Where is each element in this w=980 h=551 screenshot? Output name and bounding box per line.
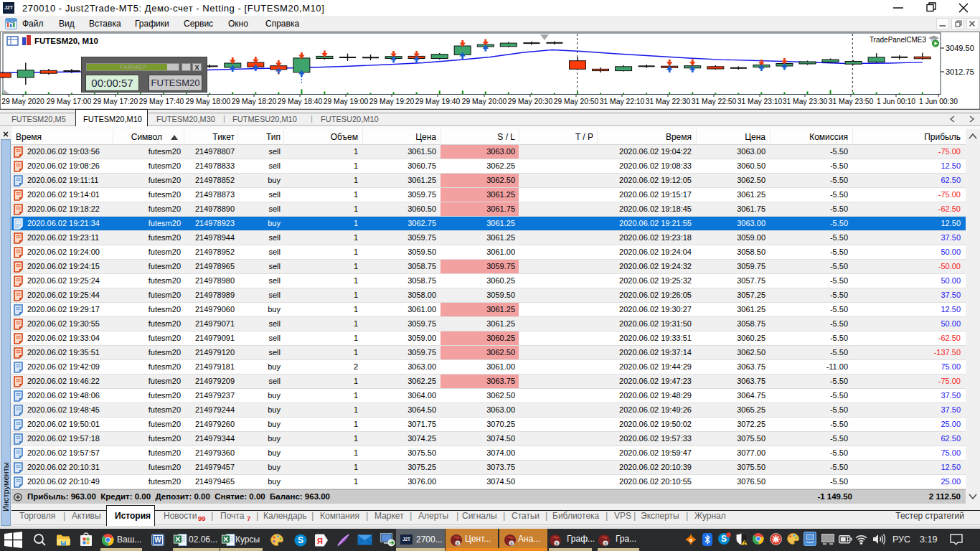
svg-text:1 Jun 00:10: 1 Jun 00:10 (877, 98, 915, 105)
svg-text:29 May 20:30: 29 May 20:30 (508, 98, 553, 105)
svg-text:29 May 19:00: 29 May 19:00 (324, 98, 369, 105)
svg-text:TradePanelCME3: TradePanelCME3 (870, 36, 927, 44)
svg-text:8: 8 (456, 541, 459, 546)
svg-text:31 May 22:50: 31 May 22:50 (692, 98, 737, 105)
svg-text:S: S (298, 535, 303, 545)
svg-text:S: S (721, 534, 727, 544)
svg-text:3049.50: 3049.50 (946, 44, 974, 52)
svg-text:8: 8 (555, 541, 558, 546)
svg-text:31 May 22:30: 31 May 22:30 (646, 98, 691, 105)
svg-text:a: a (689, 537, 693, 543)
svg-text:Я: Я (317, 537, 323, 545)
svg-text:31 May 23:50: 31 May 23:50 (829, 98, 874, 105)
svg-text:FUTESM20, M10: FUTESM20, M10 (34, 37, 98, 45)
svg-text:1 Jun 00:30: 1 Jun 00:30 (919, 98, 958, 105)
svg-text:29 May 2020: 29 May 2020 (1, 98, 44, 105)
svg-text:29 May 20:00: 29 May 20:00 (462, 98, 507, 105)
svg-text:29 May 18:00: 29 May 18:00 (186, 98, 231, 105)
svg-text:29 May 18:20: 29 May 18:20 (232, 98, 277, 105)
svg-text:29 May 20:50: 29 May 20:50 (554, 98, 599, 105)
svg-text:29 May 19:20: 29 May 19:20 (369, 98, 415, 105)
svg-text:3012.75: 3012.75 (946, 67, 974, 76)
svg-text:8: 8 (510, 541, 513, 546)
svg-text:29 May 18:40: 29 May 18:40 (278, 98, 323, 105)
svg-text:31 May 23:30: 31 May 23:30 (783, 98, 828, 105)
svg-text:29 May 17:00: 29 May 17:00 (47, 98, 92, 105)
svg-text:31 May 23:10: 31 May 23:10 (738, 98, 783, 105)
svg-text:31 May 22:10: 31 May 22:10 (600, 98, 645, 105)
svg-text:29 May 17:20: 29 May 17:20 (93, 98, 138, 105)
svg-text:W: W (154, 536, 161, 544)
svg-text:8: 8 (604, 541, 607, 546)
svg-text:29 May 19:40: 29 May 19:40 (415, 98, 461, 105)
svg-text:29 May 17:40: 29 May 17:40 (139, 98, 184, 105)
